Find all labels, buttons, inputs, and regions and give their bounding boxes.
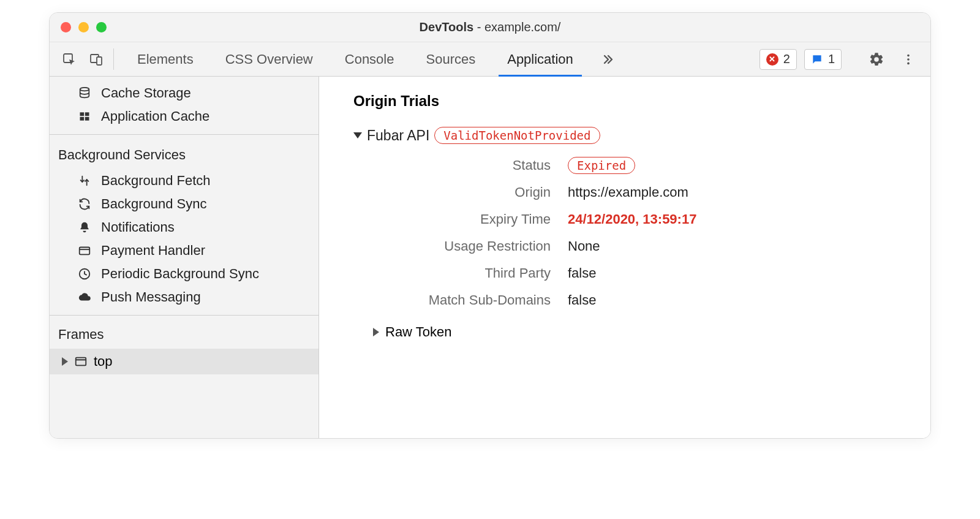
inspect-element-button[interactable] [56, 42, 83, 76]
svg-rect-14 [76, 358, 86, 366]
section-heading-origin-trials: Origin Trials [353, 93, 930, 110]
frame-icon [74, 355, 88, 368]
svg-rect-9 [80, 117, 85, 121]
sidebar-group-background-services: Background Services Background Fetch Bac… [50, 134, 318, 309]
value-match-subdomains: false [568, 292, 930, 308]
trial-toggle-row[interactable]: Fubar API ValidTokenNotProvided [353, 127, 930, 144]
settings-button[interactable] [864, 51, 889, 67]
collapse-triangle-icon [353, 132, 362, 138]
sidebar-item-label: Background Fetch [101, 173, 211, 189]
value-third-party: false [568, 265, 930, 281]
sidebar-item-label: Periodic Background Sync [101, 266, 259, 282]
messages-icon [811, 53, 823, 66]
sidebar-item-label: Notifications [101, 219, 175, 235]
body-split: Cache Storage Application Cache Backgrou… [50, 77, 930, 438]
tab-sources[interactable]: Sources [410, 42, 491, 76]
sidebar-item-payment-handler[interactable]: Payment Handler [50, 239, 318, 262]
more-menu-button[interactable] [896, 53, 921, 66]
sidebar-item-background-fetch[interactable]: Background Fetch [50, 169, 318, 192]
label-usage-restriction: Usage Restriction [373, 238, 551, 254]
svg-point-5 [907, 62, 910, 64]
sidebar-item-background-sync[interactable]: Background Sync [50, 192, 318, 216]
svg-rect-7 [80, 112, 85, 116]
label-expiry: Expiry Time [373, 211, 551, 227]
svg-rect-10 [85, 117, 89, 121]
sidebar-group-frames: Frames top [50, 315, 318, 374]
value-origin: https://example.com [568, 184, 930, 200]
expand-triangle-icon [373, 328, 379, 336]
database-stack-icon [77, 86, 92, 100]
sidebar-item-label: Application Cache [101, 108, 209, 124]
cloud-icon [77, 290, 92, 304]
close-window-button[interactable] [61, 22, 71, 32]
toolbar-right: ✕ 2 1 [760, 42, 924, 76]
card-icon [77, 244, 92, 257]
expand-triangle-icon [62, 357, 68, 366]
clock-icon [77, 267, 92, 281]
window-title: DevTools - example.com/ [50, 20, 930, 34]
sync-icon [77, 197, 92, 211]
sidebar-item-label: Background Sync [101, 196, 206, 212]
svg-rect-11 [80, 248, 90, 255]
devtools-toolbar: Elements CSS Overview Console Sources Ap… [50, 42, 930, 77]
label-origin: Origin [373, 184, 551, 200]
svg-rect-2 [97, 57, 102, 65]
more-tabs-button[interactable] [589, 42, 626, 76]
zoom-window-button[interactable] [96, 22, 107, 32]
minimize-window-button[interactable] [78, 22, 89, 32]
sidebar-item-application-cache[interactable]: Application Cache [50, 105, 318, 128]
frame-label: top [94, 354, 113, 369]
sidebar-item-label: Push Messaging [101, 289, 201, 305]
value-expiry: 24/12/2020, 13:59:17 [568, 211, 930, 227]
window-title-app: DevTools [420, 20, 474, 34]
status-pill: Expired [568, 157, 635, 174]
titlebar: DevTools - example.com/ [50, 13, 930, 42]
panel-tabs: Elements CSS Overview Console Sources Ap… [121, 42, 589, 76]
fetch-icon [77, 174, 92, 188]
devtools-window: DevTools - example.com/ Elements CSS Ove… [49, 12, 931, 439]
trial-name: Fubar API [367, 127, 429, 144]
sidebar-item-frame-top[interactable]: top [50, 349, 318, 374]
trial-details: Status Expired Origin https://example.co… [373, 157, 930, 308]
tab-css-overview[interactable]: CSS Overview [209, 42, 329, 76]
sidebar-item-notifications[interactable]: Notifications [50, 216, 318, 239]
sidebar-item-label: Payment Handler [101, 243, 205, 259]
window-controls [61, 22, 107, 32]
sidebar-item-cache-storage[interactable]: Cache Storage [50, 81, 318, 105]
label-third-party: Third Party [373, 265, 551, 281]
device-toolbar-button[interactable] [83, 42, 110, 76]
error-icon: ✕ [766, 53, 778, 66]
sidebar-item-push-messaging[interactable]: Push Messaging [50, 286, 318, 309]
svg-point-4 [907, 58, 910, 61]
tab-application[interactable]: Application [491, 42, 589, 76]
application-sidebar: Cache Storage Application Cache Backgrou… [50, 77, 319, 438]
tab-console[interactable]: Console [329, 42, 410, 76]
label-match-subdomains: Match Sub-Domains [373, 292, 551, 308]
svg-rect-8 [85, 112, 89, 116]
issues-badge[interactable]: 1 [804, 49, 842, 70]
errors-badge[interactable]: ✕ 2 [760, 49, 797, 70]
bell-icon [77, 221, 92, 233]
svg-point-6 [80, 88, 89, 91]
grid-icon [77, 110, 92, 123]
window-title-page: example.com/ [484, 20, 561, 34]
svg-point-3 [907, 54, 910, 56]
raw-token-label: Raw Token [385, 324, 451, 340]
main-panel: Origin Trials Fubar API ValidTokenNotPro… [319, 77, 930, 438]
sidebar-item-periodic-background-sync[interactable]: Periodic Background Sync [50, 262, 318, 286]
raw-token-toggle[interactable]: Raw Token [373, 324, 930, 340]
value-usage-restriction: None [568, 238, 930, 254]
toolbar-divider [113, 48, 114, 70]
label-status: Status [373, 157, 551, 173]
sidebar-item-label: Cache Storage [101, 85, 191, 101]
tab-elements[interactable]: Elements [121, 42, 209, 76]
value-status: Expired [568, 157, 930, 173]
messages-count: 1 [828, 52, 835, 66]
token-status-pill: ValidTokenNotProvided [434, 127, 600, 144]
sidebar-frames-title: Frames [50, 323, 318, 349]
errors-count: 2 [783, 52, 790, 66]
sidebar-group-title: Background Services [50, 143, 318, 169]
